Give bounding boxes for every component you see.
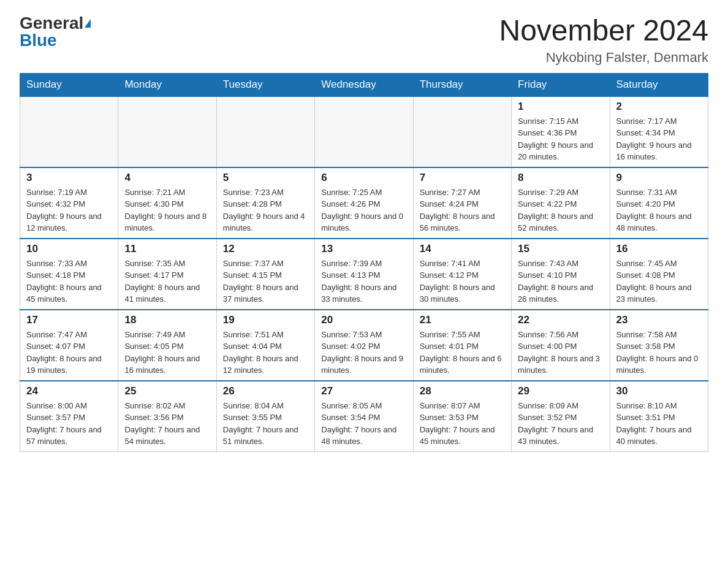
logo-general-text: General (20, 15, 83, 32)
day-number: 17 (26, 314, 112, 326)
day-number: 30 (616, 385, 702, 397)
week-row-3: 10Sunrise: 7:33 AMSunset: 4:18 PMDayligh… (20, 239, 708, 310)
title-area: November 2024 Nykobing Falster, Denmark (499, 15, 708, 66)
day-number: 8 (518, 172, 603, 184)
location-subtitle: Nykobing Falster, Denmark (499, 50, 708, 66)
day-number: 2 (616, 101, 702, 113)
day-number: 11 (124, 243, 210, 255)
logo-triangle-icon (85, 19, 91, 28)
day-number: 15 (518, 243, 603, 255)
calendar-cell (118, 96, 216, 167)
calendar-cell: 25Sunrise: 8:02 AMSunset: 3:56 PMDayligh… (118, 381, 216, 452)
calendar-cell: 23Sunrise: 7:58 AMSunset: 3:58 PMDayligh… (610, 310, 708, 381)
day-number: 14 (420, 243, 505, 255)
calendar-table: SundayMondayTuesdayWednesdayThursdayFrid… (20, 73, 708, 452)
day-info: Sunrise: 7:21 AMSunset: 4:30 PMDaylight:… (124, 186, 210, 234)
day-info: Sunrise: 7:27 AMSunset: 4:24 PMDaylight:… (420, 186, 505, 234)
calendar-cell: 9Sunrise: 7:31 AMSunset: 4:20 PMDaylight… (610, 167, 708, 239)
day-number: 12 (223, 243, 308, 255)
day-info: Sunrise: 7:19 AMSunset: 4:32 PMDaylight:… (26, 186, 112, 234)
day-info: Sunrise: 8:07 AMSunset: 3:53 PMDaylight:… (420, 400, 505, 448)
weekday-header-row: SundayMondayTuesdayWednesdayThursdayFrid… (20, 73, 708, 96)
day-number: 5 (223, 172, 308, 184)
day-number: 9 (616, 172, 702, 184)
week-row-4: 17Sunrise: 7:47 AMSunset: 4:07 PMDayligh… (20, 310, 708, 381)
calendar-cell: 12Sunrise: 7:37 AMSunset: 4:15 PMDayligh… (216, 239, 314, 310)
calendar-cell: 14Sunrise: 7:41 AMSunset: 4:12 PMDayligh… (413, 239, 511, 310)
page-header: General Blue November 2024 Nykobing Fals… (0, 0, 728, 73)
calendar-cell: 15Sunrise: 7:43 AMSunset: 4:10 PMDayligh… (512, 239, 610, 310)
day-number: 10 (26, 243, 112, 255)
weekday-header-friday: Friday (512, 73, 610, 96)
week-row-1: 1Sunrise: 7:15 AMSunset: 4:36 PMDaylight… (20, 96, 708, 167)
calendar-cell: 13Sunrise: 7:39 AMSunset: 4:13 PMDayligh… (315, 239, 413, 310)
day-number: 7 (420, 172, 505, 184)
weekday-header-wednesday: Wednesday (315, 73, 413, 96)
day-info: Sunrise: 7:41 AMSunset: 4:12 PMDaylight:… (420, 258, 505, 305)
calendar-cell: 7Sunrise: 7:27 AMSunset: 4:24 PMDaylight… (413, 167, 511, 239)
day-info: Sunrise: 7:33 AMSunset: 4:18 PMDaylight:… (26, 258, 112, 305)
calendar-cell: 5Sunrise: 7:23 AMSunset: 4:28 PMDaylight… (216, 167, 314, 239)
weekday-header-thursday: Thursday (413, 73, 511, 96)
day-info: Sunrise: 7:55 AMSunset: 4:01 PMDaylight:… (420, 329, 505, 377)
calendar-cell: 27Sunrise: 8:05 AMSunset: 3:54 PMDayligh… (315, 381, 413, 452)
day-info: Sunrise: 7:15 AMSunset: 4:36 PMDaylight:… (518, 115, 603, 163)
calendar-cell: 20Sunrise: 7:53 AMSunset: 4:02 PMDayligh… (315, 310, 413, 381)
week-row-5: 24Sunrise: 8:00 AMSunset: 3:57 PMDayligh… (20, 381, 708, 452)
day-info: Sunrise: 8:00 AMSunset: 3:57 PMDaylight:… (26, 400, 112, 448)
month-title: November 2024 (499, 15, 708, 47)
day-number: 25 (124, 385, 210, 397)
day-number: 27 (321, 385, 406, 397)
day-info: Sunrise: 7:25 AMSunset: 4:26 PMDaylight:… (321, 186, 406, 234)
logo: General Blue (20, 15, 91, 49)
day-info: Sunrise: 8:05 AMSunset: 3:54 PMDaylight:… (321, 400, 406, 448)
calendar-cell (216, 96, 314, 167)
day-number: 13 (321, 243, 406, 255)
weekday-header-sunday: Sunday (20, 73, 118, 96)
calendar-cell: 1Sunrise: 7:15 AMSunset: 4:36 PMDaylight… (512, 96, 610, 167)
day-number: 22 (518, 314, 603, 326)
calendar-cell: 17Sunrise: 7:47 AMSunset: 4:07 PMDayligh… (20, 310, 118, 381)
weekday-header-saturday: Saturday (610, 73, 708, 96)
day-number: 24 (26, 385, 112, 397)
calendar-cell: 21Sunrise: 7:55 AMSunset: 4:01 PMDayligh… (413, 310, 511, 381)
calendar-cell: 28Sunrise: 8:07 AMSunset: 3:53 PMDayligh… (413, 381, 511, 452)
day-info: Sunrise: 7:56 AMSunset: 4:00 PMDaylight:… (518, 329, 603, 377)
calendar-cell (413, 96, 511, 167)
day-number: 26 (223, 385, 308, 397)
day-number: 28 (420, 385, 505, 397)
day-info: Sunrise: 7:39 AMSunset: 4:13 PMDaylight:… (321, 258, 406, 305)
calendar-cell: 30Sunrise: 8:10 AMSunset: 3:51 PMDayligh… (610, 381, 708, 452)
day-info: Sunrise: 7:43 AMSunset: 4:10 PMDaylight:… (518, 258, 603, 305)
day-info: Sunrise: 8:04 AMSunset: 3:55 PMDaylight:… (223, 400, 308, 448)
week-row-2: 3Sunrise: 7:19 AMSunset: 4:32 PMDaylight… (20, 167, 708, 239)
calendar-cell (315, 96, 413, 167)
weekday-header-tuesday: Tuesday (216, 73, 314, 96)
day-number: 29 (518, 385, 603, 397)
day-info: Sunrise: 8:02 AMSunset: 3:56 PMDaylight:… (124, 400, 210, 448)
calendar-cell: 3Sunrise: 7:19 AMSunset: 4:32 PMDaylight… (20, 167, 118, 239)
calendar-cell: 22Sunrise: 7:56 AMSunset: 4:00 PMDayligh… (512, 310, 610, 381)
logo-blue-text: Blue (20, 32, 57, 49)
calendar-cell: 18Sunrise: 7:49 AMSunset: 4:05 PMDayligh… (118, 310, 216, 381)
calendar-cell: 29Sunrise: 8:09 AMSunset: 3:52 PMDayligh… (512, 381, 610, 452)
day-info: Sunrise: 7:45 AMSunset: 4:08 PMDaylight:… (616, 258, 702, 305)
day-number: 4 (124, 172, 210, 184)
calendar-cell: 19Sunrise: 7:51 AMSunset: 4:04 PMDayligh… (216, 310, 314, 381)
day-number: 19 (223, 314, 308, 326)
calendar-cell (20, 96, 118, 167)
day-info: Sunrise: 7:53 AMSunset: 4:02 PMDaylight:… (321, 329, 406, 377)
calendar-cell: 11Sunrise: 7:35 AMSunset: 4:17 PMDayligh… (118, 239, 216, 310)
day-info: Sunrise: 7:31 AMSunset: 4:20 PMDaylight:… (616, 186, 702, 234)
calendar-cell: 10Sunrise: 7:33 AMSunset: 4:18 PMDayligh… (20, 239, 118, 310)
calendar-cell: 8Sunrise: 7:29 AMSunset: 4:22 PMDaylight… (512, 167, 610, 239)
day-info: Sunrise: 8:09 AMSunset: 3:52 PMDaylight:… (518, 400, 603, 448)
calendar-cell: 26Sunrise: 8:04 AMSunset: 3:55 PMDayligh… (216, 381, 314, 452)
day-info: Sunrise: 7:17 AMSunset: 4:34 PMDaylight:… (616, 115, 702, 163)
calendar-cell: 2Sunrise: 7:17 AMSunset: 4:34 PMDaylight… (610, 96, 708, 167)
day-number: 6 (321, 172, 406, 184)
day-info: Sunrise: 8:10 AMSunset: 3:51 PMDaylight:… (616, 400, 702, 448)
day-info: Sunrise: 7:23 AMSunset: 4:28 PMDaylight:… (223, 186, 308, 234)
day-number: 3 (26, 172, 112, 184)
weekday-header-monday: Monday (118, 73, 216, 96)
